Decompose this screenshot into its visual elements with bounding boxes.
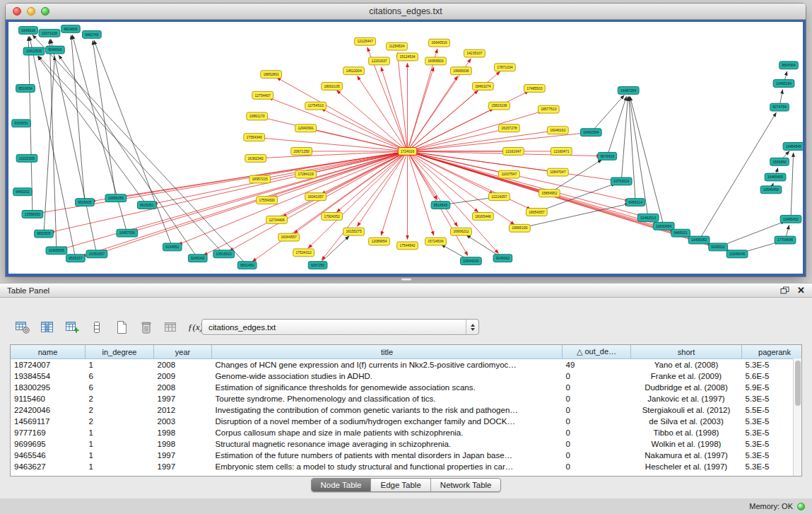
zoom-window-button[interactable]: [41, 7, 49, 16]
cell-in_degree[interactable]: 1: [86, 438, 154, 450]
graph-edge[interactable]: [407, 151, 433, 235]
graph-node[interactable]: 16959503: [425, 57, 447, 65]
graph-edge[interactable]: [358, 76, 408, 151]
cell-year[interactable]: 2009: [154, 370, 212, 382]
graph-edge[interactable]: [407, 91, 529, 151]
graph-node[interactable]: 16640519: [429, 39, 450, 47]
graph-edge[interactable]: [591, 95, 624, 133]
graph-node[interactable]: 10556050: [22, 211, 43, 218]
graph-node[interactable]: 17485503: [524, 85, 545, 93]
column-header-out_degree[interactable]: △ out_de…: [563, 345, 631, 359]
cell-in_degree[interactable]: 6: [86, 382, 154, 393]
cell-short[interactable]: Stergiakouli et al. (2012): [631, 404, 742, 416]
cell-short[interactable]: Dudbridge et al. (2008): [631, 382, 742, 393]
graph-node[interactable]: 16487254: [618, 86, 639, 94]
graph-node[interactable]: 16491594: [580, 129, 601, 136]
graph-node[interactable]: 14512004: [343, 67, 365, 75]
graph-edge[interactable]: [269, 98, 407, 151]
graph-node[interactable]: 9679919: [598, 152, 617, 160]
cell-in_degree[interactable]: 1: [86, 461, 154, 472]
graph-edge[interactable]: [407, 151, 498, 254]
graph-edge[interactable]: [407, 111, 542, 151]
graph-node[interactable]: 10457556: [117, 229, 138, 237]
cell-out_degree[interactable]: 0: [563, 393, 631, 404]
graph-node[interactable]: 9462740: [83, 30, 102, 38]
graph-node[interactable]: 16906212: [451, 228, 472, 235]
graph-edge[interactable]: [33, 35, 247, 265]
graph-node[interactable]: 10462513: [637, 214, 659, 221]
cell-name[interactable]: 18300295: [11, 382, 86, 393]
graph-node[interactable]: 18852801: [261, 71, 282, 78]
close-window-button[interactable]: [13, 7, 21, 16]
graph-edge[interactable]: [630, 97, 664, 226]
cell-year[interactable]: 1997: [154, 450, 212, 461]
graph-node[interactable]: 9505157: [66, 255, 86, 262]
column-header-pagerank[interactable]: pagerank: [742, 345, 803, 359]
graph-edge[interactable]: [407, 132, 551, 151]
graph-node[interactable]: 11254534: [387, 42, 408, 50]
cell-name[interactable]: 9699695: [11, 438, 86, 450]
graph-node[interactable]: 9465214: [626, 199, 645, 206]
graph-edge[interactable]: [49, 40, 57, 251]
cell-name[interactable]: 14569117: [11, 416, 86, 427]
graph-node[interactable]: 10650454: [653, 222, 674, 230]
new-table-button[interactable]: [112, 318, 131, 337]
graph-node[interactable]: 10516510: [213, 250, 235, 258]
graph-edge[interactable]: [261, 138, 408, 151]
graph-edge[interactable]: [153, 151, 408, 204]
cell-in_degree[interactable]: 6: [86, 370, 154, 382]
cell-out_degree[interactable]: 0: [563, 438, 631, 450]
graph-node[interactable]: 9625051: [137, 201, 156, 209]
cell-out_degree[interactable]: 0: [563, 461, 631, 472]
cell-title[interactable]: Estimation of the future numbers of pati…: [212, 450, 563, 461]
cell-in_degree[interactable]: 2: [86, 393, 154, 404]
graph-node[interactable]: 16046162: [547, 127, 568, 134]
graph-node[interactable]: 9245042: [188, 255, 207, 262]
table-row[interactable]: 1872400712008Changes of HCN gene express…: [11, 359, 802, 371]
cell-short[interactable]: Jankovic et al. (1997): [631, 393, 742, 404]
graph-node[interactable]: 15124534: [397, 53, 418, 61]
graph-node[interactable]: 10405052: [688, 236, 710, 244]
graph-node[interactable]: 12201637: [369, 57, 390, 65]
graph-node[interactable]: 18463274: [473, 83, 494, 90]
graph-node[interactable]: 17554340: [244, 134, 265, 141]
cell-in_degree[interactable]: 1: [86, 427, 154, 438]
cell-out_degree[interactable]: 0: [563, 382, 631, 393]
table-selector[interactable]: citations_edges.txt: [201, 319, 479, 335]
close-panel-icon[interactable]: ✕: [797, 286, 805, 295]
cell-title[interactable]: Investigating the contribution of common…: [212, 404, 563, 416]
graph-node[interactable]: 18957215: [249, 175, 271, 183]
graph-node[interactable]: 9245062: [493, 255, 512, 262]
cell-title[interactable]: Corpus callosum shape and size in male p…: [212, 427, 563, 438]
graph-node[interactable]: 9154551: [163, 243, 182, 251]
graph-hub-node[interactable]: 1724016: [398, 148, 417, 156]
graph-edge[interactable]: [81, 151, 407, 257]
graph-edge[interactable]: [407, 129, 502, 151]
graph-edge[interactable]: [322, 109, 408, 151]
table-row[interactable]: 1938455462009Genome-wide association stu…: [11, 370, 802, 382]
import-table-button[interactable]: [161, 318, 180, 337]
graph-node[interactable]: 17534312: [293, 249, 314, 257]
column-header-in_degree[interactable]: in_degree: [86, 345, 154, 359]
graph-node[interactable]: 15724534: [425, 238, 447, 245]
graph-node[interactable]: 10905056: [46, 247, 67, 255]
graph-node[interactable]: 10465154: [773, 80, 794, 88]
graph-node[interactable]: 16362342: [245, 154, 266, 162]
tab-edge-table[interactable]: Edge Table: [370, 479, 430, 491]
tab-network-table[interactable]: Network Table: [430, 479, 501, 491]
table-scrollbar[interactable]: [793, 358, 801, 476]
cell-title[interactable]: Structural magnetic resonance image aver…: [212, 438, 563, 450]
graph-node[interactable]: 14235107: [464, 49, 486, 57]
graph-edge[interactable]: [50, 151, 408, 233]
graph-node[interactable]: 10861170: [247, 112, 268, 120]
graph-node[interactable]: 17871034: [494, 64, 515, 71]
table-scrollbar-thumb[interactable]: [795, 361, 801, 406]
table-row[interactable]: 1830029562008Estimation of significance …: [11, 382, 802, 393]
graph-node[interactable]: 12940991: [295, 124, 317, 132]
column-header-year[interactable]: year: [154, 345, 212, 359]
graph-node[interactable]: 17284219: [295, 170, 317, 178]
cell-name[interactable]: 22420046: [11, 404, 86, 416]
graph-node[interactable]: 18165446: [473, 212, 494, 220]
graph-node[interactable]: 10647047: [547, 168, 568, 176]
graph-node[interactable]: 18577510: [538, 105, 559, 113]
